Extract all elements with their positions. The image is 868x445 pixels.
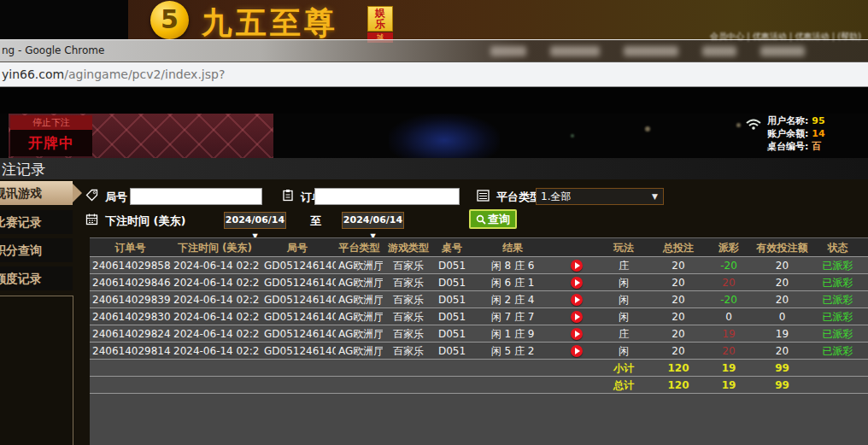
summary-cell xyxy=(555,377,598,393)
play-video-icon[interactable] xyxy=(571,260,583,272)
round-id-cell: GD051246140ED xyxy=(259,325,336,342)
play-video-icon[interactable] xyxy=(571,345,583,357)
browser-urlbar[interactable]: yin66.com/agingame/pcv2/index.jsp? xyxy=(0,62,868,87)
browser-titlebar: ng - Google Chrome xyxy=(0,39,868,62)
summary-cell xyxy=(555,360,598,376)
play-type-cell: 闲 xyxy=(598,274,649,290)
table-id-label: 桌台编号: xyxy=(767,141,808,152)
table-no-cell: D051 xyxy=(434,325,470,342)
summary-cell xyxy=(861,360,868,376)
table-no-cell: D051 xyxy=(434,343,470,359)
balance-value: 14 xyxy=(812,128,824,139)
brand-title: 九五至尊 xyxy=(202,3,338,44)
status-badge: 已派彩 xyxy=(814,291,861,307)
game-cell: 百家乐 xyxy=(383,343,434,359)
round-id-cell: GD051246140EC xyxy=(259,343,336,359)
summary-cell: 120 xyxy=(649,360,707,376)
play-video-icon[interactable] xyxy=(571,311,583,323)
url-domain: yin66.com xyxy=(2,67,64,81)
column-header-0: 订单号 xyxy=(90,238,171,256)
date-to-picker[interactable]: 2024/06/14 ▼ xyxy=(342,212,404,229)
video-replay-cell xyxy=(555,308,598,325)
platform-type-select[interactable]: 1.全部 ▼ xyxy=(536,188,664,205)
payout-cell: 20 xyxy=(707,274,750,290)
game-cell: 百家乐 xyxy=(383,325,434,342)
date-from-picker[interactable]: 2024/06/14 ▼ xyxy=(224,212,286,229)
payout-cell: 0 xyxy=(707,308,750,325)
column-header-6: 结果 xyxy=(470,238,555,256)
status-badge: 已派彩 xyxy=(814,257,861,273)
summary-cell: 小计 xyxy=(598,360,649,376)
summary-cell xyxy=(259,360,336,376)
column-header-11: 有效投注额 xyxy=(750,238,814,256)
play-type-cell: 闲 xyxy=(598,291,649,307)
bet-time-label: 下注时间 (美东) xyxy=(105,214,185,229)
platform-cell: AG欧洲厅 xyxy=(336,257,383,273)
status-badge: 已派彩 xyxy=(814,343,861,359)
platform-cell: AG欧洲厅 xyxy=(336,325,383,342)
column-header-1: 下注时间 (美东) xyxy=(171,238,259,256)
round-number-label: 局号 xyxy=(105,190,127,205)
round-id-cell: GD051246140EF xyxy=(259,291,336,307)
payout-cell: -20 xyxy=(707,291,750,307)
result-cell: 闲 5 庄 2 xyxy=(470,343,555,359)
main-area: 视讯游戏比赛记录积分查询额度记录 局号 订单号 xyxy=(0,179,868,445)
order-id-cell: 240614029830539 xyxy=(90,308,171,325)
total-bet-cell: 20 xyxy=(649,291,707,307)
valid-bet-cell: 0 xyxy=(750,308,814,325)
play-video-icon[interactable] xyxy=(571,277,583,289)
summary-cell xyxy=(90,377,171,393)
screen: 5 九五至尊 娱乐 城 会员中心 | 优惠活动 | 优惠活动 | (帮助) ng… xyxy=(0,0,868,445)
column-header-2: 局号 xyxy=(259,238,336,256)
play-type-cell: 闲 xyxy=(598,308,649,325)
clipped-cell xyxy=(861,325,868,342)
total-bet-cell: 20 xyxy=(649,325,707,342)
order-clipboard-icon xyxy=(282,189,294,205)
platform-cell: AG欧洲厅 xyxy=(336,274,383,290)
order-number-input[interactable] xyxy=(314,188,460,205)
column-header-5: 桌号 xyxy=(434,238,470,256)
summary-cell xyxy=(434,360,470,376)
payout-cell: 19 xyxy=(707,325,750,342)
order-id-cell: 240614029846444 xyxy=(90,274,171,290)
valid-bet-cell: 20 xyxy=(750,291,814,307)
round-number-input[interactable] xyxy=(130,188,262,205)
browser-url[interactable]: yin66.com/agingame/pcv2/index.jsp? xyxy=(2,67,225,81)
summary-cell xyxy=(470,360,555,376)
game-cell: 百家乐 xyxy=(383,274,434,290)
game-cell: 百家乐 xyxy=(383,257,434,273)
summary-cell xyxy=(470,377,555,393)
query-button-label: 查询 xyxy=(488,213,510,225)
platform-cell: AG欧洲厅 xyxy=(336,343,383,359)
clipped-cell xyxy=(861,343,868,359)
user-info-panel: 用户名称: 95 账户余额: 14 桌台编号: 百 xyxy=(767,114,868,153)
status-badge: 已派彩 xyxy=(814,308,861,325)
total-bet-cell: 20 xyxy=(649,343,707,359)
sidebar-item-3[interactable]: 额度记录 xyxy=(0,266,73,290)
table-no-cell: D051 xyxy=(434,257,470,273)
sidebar-item-1[interactable]: 比赛记录 xyxy=(0,210,73,234)
platform-cell: AG欧洲厅 xyxy=(336,308,383,325)
sidebar-item-0[interactable]: 视讯游戏 xyxy=(0,181,73,205)
column-header-13: 注单 xyxy=(861,238,868,256)
total-bet-cell: 20 xyxy=(649,308,707,325)
total-bet-cell: 20 xyxy=(649,257,707,273)
query-button[interactable]: 查询 xyxy=(469,209,517,229)
sidebar-item-label: 额度记录 xyxy=(0,272,42,285)
summary-cell: 99 xyxy=(750,360,814,376)
table-row: 2406140298149432024-06-14 02:24:32GD0512… xyxy=(90,343,868,360)
column-header-4: 游戏类型 xyxy=(383,238,434,256)
game-cell: 百家乐 xyxy=(383,308,434,325)
bet-status-panel: 停止下注 开牌中 xyxy=(10,115,92,156)
video-replay-cell xyxy=(555,291,598,307)
summary-cell xyxy=(90,360,171,376)
total-row: 总计1201999 xyxy=(90,377,868,394)
page-gap xyxy=(0,87,868,114)
clipped-cell xyxy=(861,291,868,307)
sidebar-item-label: 比赛记录 xyxy=(0,215,42,229)
game-cell: 百家乐 xyxy=(383,291,434,307)
sidebar-item-2[interactable]: 积分查询 xyxy=(0,238,73,262)
play-video-icon[interactable] xyxy=(571,328,583,340)
sidebar-item-label: 视讯游戏 xyxy=(0,186,42,200)
play-video-icon[interactable] xyxy=(571,294,583,306)
